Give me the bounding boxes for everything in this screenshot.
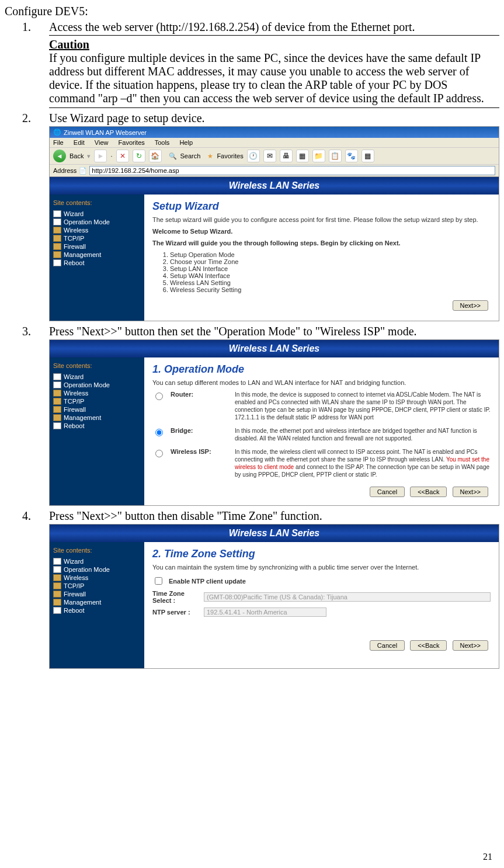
main-panel: Setup Wizard The setup wizard will guide… <box>144 195 499 321</box>
ntp-enable-label: Enable NTP client update <box>169 578 246 585</box>
folder-icon <box>53 414 61 421</box>
wizard-step: Setup Operation Mode <box>170 251 491 258</box>
doc-icon <box>53 218 61 225</box>
mail-button[interactable]: ✉ <box>263 150 276 162</box>
sidebar-item-wireless[interactable]: Wireless <box>53 389 141 397</box>
url-input[interactable] <box>89 166 495 175</box>
menu-favorites[interactable]: Favorites <box>119 139 145 146</box>
step-2: 2. Use Wizard page to setup device. <box>22 112 499 125</box>
folder-icon <box>53 574 61 581</box>
sidebar-item-opmode[interactable]: Operation Mode <box>53 565 141 574</box>
menu-tools[interactable]: Tools <box>155 139 170 146</box>
favorites-label[interactable]: Favorites <box>217 152 243 159</box>
sidebar-item-firewall[interactable]: Firewall <box>53 242 141 251</box>
home-button[interactable]: 🏠 <box>149 150 162 162</box>
app-banner: Wireless LAN Series <box>50 340 499 357</box>
sidebar-item-management[interactable]: Management <box>53 414 141 422</box>
stop-button[interactable]: ✕ <box>116 150 129 162</box>
doc-icon <box>53 607 61 614</box>
timezone-row: Time Zone Select : (GMT-08:00)Pacific Ti… <box>152 590 491 604</box>
ntp-checkbox[interactable] <box>155 577 162 585</box>
sidebar-item-management[interactable]: Management <box>53 251 141 259</box>
wizard-step: Wireless LAN Setting <box>170 279 491 286</box>
panel-heading: 1. Operation Mode <box>152 363 491 376</box>
history-button[interactable]: 🕐 <box>247 150 260 162</box>
search-label[interactable]: Search <box>180 152 201 159</box>
sidebar-item-reboot[interactable]: Reboot <box>53 259 141 267</box>
sidebar-item-opmode[interactable]: Operation Mode <box>53 218 141 226</box>
sidebar-item-tcpip[interactable]: TCP/IP <box>53 582 141 590</box>
router-radio[interactable] <box>155 393 163 400</box>
router-label: Router: <box>171 391 229 398</box>
menu-edit[interactable]: Edit <box>74 139 85 146</box>
wisp-label: Wireless ISP: <box>171 448 229 455</box>
back-button[interactable]: ◄ <box>53 150 66 162</box>
sidebar-item-firewall[interactable]: Firewall <box>53 590 141 598</box>
refresh-button[interactable]: ↻ <box>133 150 145 162</box>
mode-router: Router: In this mode, the device is supp… <box>152 391 491 421</box>
sidebar: Site contents: Wizard Operation Mode Wir… <box>50 542 144 668</box>
panel-heading: Setup Wizard <box>152 200 491 213</box>
menu-help[interactable]: Help <box>179 139 193 146</box>
page-title: Configure DEV5: <box>5 5 499 18</box>
menu-view[interactable]: View <box>95 139 109 146</box>
caution-heading: Caution <box>49 38 488 51</box>
screenshot-wizard: 🌐 Zinwell WLAN AP Webserver File Edit Vi… <box>49 126 499 321</box>
paw-button[interactable]: 🐾 <box>345 150 358 162</box>
sidebar-item-reboot[interactable]: Reboot <box>53 422 141 430</box>
step-text: Press "Next>>" button then disable "Time… <box>49 509 499 523</box>
ntp-server-label: NTP server : <box>152 609 199 616</box>
sidebar-item-wizard[interactable]: Wizard <box>53 557 141 565</box>
next-button[interactable]: Next>> <box>453 640 488 651</box>
back-button[interactable]: <<Back <box>410 487 447 497</box>
window-title: Zinwell WLAN AP Webserver <box>64 129 147 136</box>
folder-icon <box>53 251 61 258</box>
back-button[interactable]: <<Back <box>410 640 447 651</box>
sidebar-item-wizard[interactable]: Wizard <box>53 210 141 218</box>
doc-icon <box>53 259 61 266</box>
wizard-guide: The Wizard will guide you the through fo… <box>152 239 491 246</box>
print-button[interactable]: 🖶 <box>280 150 293 162</box>
sidebar-item-tcpip[interactable]: TCP/IP <box>53 397 141 405</box>
ntp-server-select[interactable]: 192.5.41.41 - North America <box>204 607 326 617</box>
menu-bar[interactable]: File Edit View Favorites Tools Help <box>50 138 499 148</box>
sidebar-item-tcpip[interactable]: TCP/IP <box>53 234 141 242</box>
cancel-button[interactable]: Cancel <box>370 487 405 497</box>
wizard-intro: The setup wizard will guide you to confi… <box>152 216 491 223</box>
bridge-radio[interactable] <box>155 429 163 436</box>
misc-button[interactable]: ▦ <box>296 150 309 162</box>
main-panel: 2. Time Zone Setting You can maintain th… <box>144 542 499 668</box>
timezone-select[interactable]: (GMT-08:00)Pacific Time (US & Canada): T… <box>204 592 491 602</box>
app-banner: Wireless LAN Series <box>50 177 499 195</box>
router-desc: In this mode, the device is supposed to … <box>235 391 491 421</box>
sidebar-item-opmode[interactable]: Operation Mode <box>53 381 141 389</box>
step-number: 3. <box>22 325 49 338</box>
sidebar-item-wizard[interactable]: Wizard <box>53 373 141 381</box>
sidebar-item-firewall[interactable]: Firewall <box>53 405 141 414</box>
sidebar-item-management[interactable]: Management <box>53 598 141 606</box>
timezone-label: Time Zone Select : <box>152 590 199 604</box>
window-icon: 🌐 <box>53 129 61 136</box>
sidebar-item-wireless[interactable]: Wireless <box>53 574 141 582</box>
folder-icon <box>53 406 61 413</box>
sidebar-item-wireless[interactable]: Wireless <box>53 226 141 234</box>
ntp-enable-row: Enable NTP client update <box>152 575 491 586</box>
folder-button[interactable]: 📁 <box>312 150 325 162</box>
panel-heading: 2. Time Zone Setting <box>152 548 491 560</box>
sidebar-title: Site contents: <box>53 547 141 554</box>
window-titlebar: 🌐 Zinwell WLAN AP Webserver <box>50 127 499 138</box>
wisp-radio[interactable] <box>155 450 163 457</box>
grid-button[interactable]: ▦ <box>362 150 374 162</box>
next-button[interactable]: Next>> <box>453 300 488 311</box>
menu-file[interactable]: File <box>53 139 64 146</box>
tool-button[interactable]: 📋 <box>329 150 342 162</box>
cancel-button[interactable]: Cancel <box>370 640 405 651</box>
forward-button[interactable]: ► <box>94 150 107 162</box>
doc-icon <box>53 210 61 217</box>
folder-icon <box>53 591 61 598</box>
caution-body: If you configure multiple devices in the… <box>49 51 488 105</box>
wizard-welcome: Welcome to Setup Wizard. <box>152 228 491 235</box>
next-button[interactable]: Next>> <box>453 487 488 497</box>
sidebar-item-reboot[interactable]: Reboot <box>53 606 141 614</box>
folder-icon <box>53 243 61 250</box>
